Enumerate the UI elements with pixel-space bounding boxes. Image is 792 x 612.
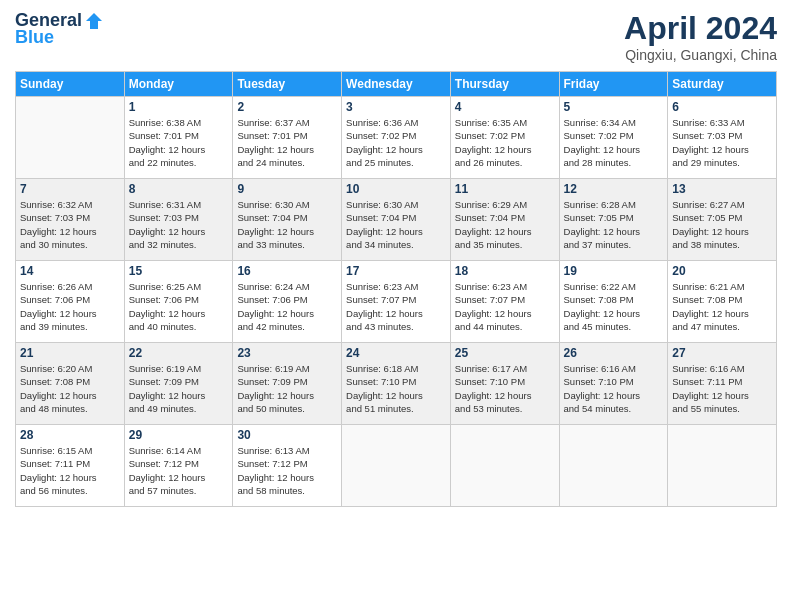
day-number: 2 <box>237 100 337 114</box>
day-number: 6 <box>672 100 772 114</box>
calendar-cell: 15Sunrise: 6:25 AM Sunset: 7:06 PM Dayli… <box>124 261 233 343</box>
day-number: 8 <box>129 182 229 196</box>
calendar-cell: 27Sunrise: 6:16 AM Sunset: 7:11 PM Dayli… <box>668 343 777 425</box>
day-number: 13 <box>672 182 772 196</box>
calendar-cell: 29Sunrise: 6:14 AM Sunset: 7:12 PM Dayli… <box>124 425 233 507</box>
calendar-cell: 10Sunrise: 6:30 AM Sunset: 7:04 PM Dayli… <box>342 179 451 261</box>
day-number: 21 <box>20 346 120 360</box>
day-number: 30 <box>237 428 337 442</box>
day-info: Sunrise: 6:31 AM Sunset: 7:03 PM Dayligh… <box>129 198 229 251</box>
day-info: Sunrise: 6:22 AM Sunset: 7:08 PM Dayligh… <box>564 280 664 333</box>
calendar-cell: 6Sunrise: 6:33 AM Sunset: 7:03 PM Daylig… <box>668 97 777 179</box>
day-number: 19 <box>564 264 664 278</box>
day-number: 7 <box>20 182 120 196</box>
day-info: Sunrise: 6:23 AM Sunset: 7:07 PM Dayligh… <box>455 280 555 333</box>
calendar-cell: 23Sunrise: 6:19 AM Sunset: 7:09 PM Dayli… <box>233 343 342 425</box>
day-info: Sunrise: 6:29 AM Sunset: 7:04 PM Dayligh… <box>455 198 555 251</box>
calendar-cell <box>342 425 451 507</box>
day-number: 16 <box>237 264 337 278</box>
logo-blue-text: Blue <box>15 27 54 48</box>
calendar-week-row: 7Sunrise: 6:32 AM Sunset: 7:03 PM Daylig… <box>16 179 777 261</box>
calendar-cell: 17Sunrise: 6:23 AM Sunset: 7:07 PM Dayli… <box>342 261 451 343</box>
day-info: Sunrise: 6:27 AM Sunset: 7:05 PM Dayligh… <box>672 198 772 251</box>
day-info: Sunrise: 6:32 AM Sunset: 7:03 PM Dayligh… <box>20 198 120 251</box>
page-container: General Blue April 2024 Qingxiu, Guangxi… <box>0 0 792 517</box>
day-number: 27 <box>672 346 772 360</box>
day-info: Sunrise: 6:21 AM Sunset: 7:08 PM Dayligh… <box>672 280 772 333</box>
day-number: 22 <box>129 346 229 360</box>
calendar-cell: 13Sunrise: 6:27 AM Sunset: 7:05 PM Dayli… <box>668 179 777 261</box>
calendar-header-friday: Friday <box>559 72 668 97</box>
day-info: Sunrise: 6:15 AM Sunset: 7:11 PM Dayligh… <box>20 444 120 497</box>
logo-icon <box>84 11 104 31</box>
calendar-week-row: 28Sunrise: 6:15 AM Sunset: 7:11 PM Dayli… <box>16 425 777 507</box>
day-number: 14 <box>20 264 120 278</box>
day-info: Sunrise: 6:35 AM Sunset: 7:02 PM Dayligh… <box>455 116 555 169</box>
calendar-cell: 18Sunrise: 6:23 AM Sunset: 7:07 PM Dayli… <box>450 261 559 343</box>
calendar-cell: 28Sunrise: 6:15 AM Sunset: 7:11 PM Dayli… <box>16 425 125 507</box>
calendar-cell: 2Sunrise: 6:37 AM Sunset: 7:01 PM Daylig… <box>233 97 342 179</box>
day-info: Sunrise: 6:30 AM Sunset: 7:04 PM Dayligh… <box>346 198 446 251</box>
calendar-cell: 9Sunrise: 6:30 AM Sunset: 7:04 PM Daylig… <box>233 179 342 261</box>
day-number: 24 <box>346 346 446 360</box>
calendar-cell: 25Sunrise: 6:17 AM Sunset: 7:10 PM Dayli… <box>450 343 559 425</box>
day-number: 26 <box>564 346 664 360</box>
day-number: 11 <box>455 182 555 196</box>
calendar-header-tuesday: Tuesday <box>233 72 342 97</box>
day-number: 25 <box>455 346 555 360</box>
calendar-cell <box>450 425 559 507</box>
day-number: 10 <box>346 182 446 196</box>
day-info: Sunrise: 6:19 AM Sunset: 7:09 PM Dayligh… <box>129 362 229 415</box>
day-number: 29 <box>129 428 229 442</box>
day-number: 15 <box>129 264 229 278</box>
day-info: Sunrise: 6:16 AM Sunset: 7:10 PM Dayligh… <box>564 362 664 415</box>
calendar-cell: 20Sunrise: 6:21 AM Sunset: 7:08 PM Dayli… <box>668 261 777 343</box>
day-info: Sunrise: 6:19 AM Sunset: 7:09 PM Dayligh… <box>237 362 337 415</box>
day-number: 28 <box>20 428 120 442</box>
calendar-cell: 11Sunrise: 6:29 AM Sunset: 7:04 PM Dayli… <box>450 179 559 261</box>
day-info: Sunrise: 6:14 AM Sunset: 7:12 PM Dayligh… <box>129 444 229 497</box>
calendar-cell: 24Sunrise: 6:18 AM Sunset: 7:10 PM Dayli… <box>342 343 451 425</box>
calendar-header-wednesday: Wednesday <box>342 72 451 97</box>
calendar-cell: 16Sunrise: 6:24 AM Sunset: 7:06 PM Dayli… <box>233 261 342 343</box>
calendar: SundayMondayTuesdayWednesdayThursdayFrid… <box>15 71 777 507</box>
calendar-cell: 26Sunrise: 6:16 AM Sunset: 7:10 PM Dayli… <box>559 343 668 425</box>
day-info: Sunrise: 6:13 AM Sunset: 7:12 PM Dayligh… <box>237 444 337 497</box>
calendar-cell: 12Sunrise: 6:28 AM Sunset: 7:05 PM Dayli… <box>559 179 668 261</box>
calendar-cell: 21Sunrise: 6:20 AM Sunset: 7:08 PM Dayli… <box>16 343 125 425</box>
day-number: 17 <box>346 264 446 278</box>
calendar-header-row: SundayMondayTuesdayWednesdayThursdayFrid… <box>16 72 777 97</box>
calendar-cell: 14Sunrise: 6:26 AM Sunset: 7:06 PM Dayli… <box>16 261 125 343</box>
calendar-cell: 3Sunrise: 6:36 AM Sunset: 7:02 PM Daylig… <box>342 97 451 179</box>
day-number: 20 <box>672 264 772 278</box>
title-section: April 2024 Qingxiu, Guangxi, China <box>624 10 777 63</box>
day-info: Sunrise: 6:28 AM Sunset: 7:05 PM Dayligh… <box>564 198 664 251</box>
location: Qingxiu, Guangxi, China <box>624 47 777 63</box>
calendar-week-row: 21Sunrise: 6:20 AM Sunset: 7:08 PM Dayli… <box>16 343 777 425</box>
day-info: Sunrise: 6:34 AM Sunset: 7:02 PM Dayligh… <box>564 116 664 169</box>
calendar-week-row: 1Sunrise: 6:38 AM Sunset: 7:01 PM Daylig… <box>16 97 777 179</box>
day-info: Sunrise: 6:16 AM Sunset: 7:11 PM Dayligh… <box>672 362 772 415</box>
day-info: Sunrise: 6:38 AM Sunset: 7:01 PM Dayligh… <box>129 116 229 169</box>
calendar-cell: 22Sunrise: 6:19 AM Sunset: 7:09 PM Dayli… <box>124 343 233 425</box>
day-number: 3 <box>346 100 446 114</box>
svg-marker-0 <box>86 13 102 29</box>
day-number: 18 <box>455 264 555 278</box>
calendar-week-row: 14Sunrise: 6:26 AM Sunset: 7:06 PM Dayli… <box>16 261 777 343</box>
day-number: 9 <box>237 182 337 196</box>
day-info: Sunrise: 6:25 AM Sunset: 7:06 PM Dayligh… <box>129 280 229 333</box>
calendar-cell <box>559 425 668 507</box>
day-info: Sunrise: 6:20 AM Sunset: 7:08 PM Dayligh… <box>20 362 120 415</box>
calendar-cell: 19Sunrise: 6:22 AM Sunset: 7:08 PM Dayli… <box>559 261 668 343</box>
day-number: 23 <box>237 346 337 360</box>
calendar-header-sunday: Sunday <box>16 72 125 97</box>
day-info: Sunrise: 6:37 AM Sunset: 7:01 PM Dayligh… <box>237 116 337 169</box>
day-info: Sunrise: 6:26 AM Sunset: 7:06 PM Dayligh… <box>20 280 120 333</box>
calendar-header-saturday: Saturday <box>668 72 777 97</box>
calendar-cell: 30Sunrise: 6:13 AM Sunset: 7:12 PM Dayli… <box>233 425 342 507</box>
logo: General Blue <box>15 10 104 48</box>
day-info: Sunrise: 6:17 AM Sunset: 7:10 PM Dayligh… <box>455 362 555 415</box>
calendar-cell <box>668 425 777 507</box>
day-number: 1 <box>129 100 229 114</box>
calendar-header-monday: Monday <box>124 72 233 97</box>
